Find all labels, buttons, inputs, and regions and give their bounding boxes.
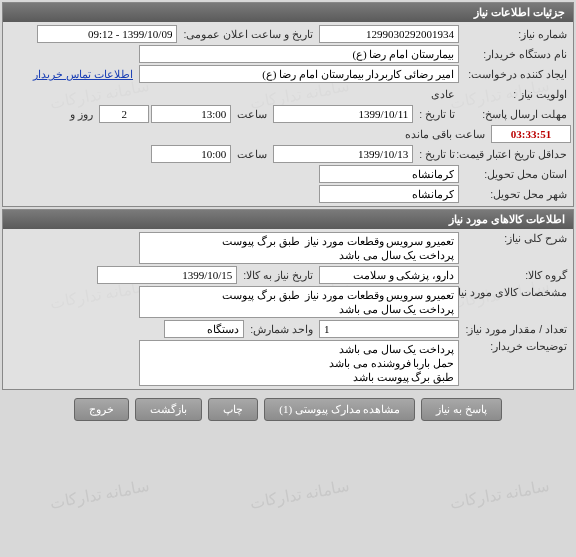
action-button-row: پاسخ به نیاز مشاهده مدارک پیوستی (1) چاپ… [0, 392, 576, 427]
unit-input [164, 320, 244, 338]
panel-header-need: جزئیات اطلاعات نیاز [3, 3, 573, 22]
goods-info-panel: اطلاعات کالاهای مورد نیاز شرح کلی نیاز: … [2, 209, 574, 390]
min-validity-until-label: تا تاریخ : [415, 148, 459, 160]
unit-label: واحد شمارش: [246, 323, 317, 335]
group-input [319, 266, 459, 284]
exit-button[interactable]: خروج [74, 398, 129, 421]
respond-button[interactable]: پاسخ به نیاز [421, 398, 502, 421]
delivery-city-input [319, 185, 459, 203]
announce-label: تاریخ و ساعت اعلان عمومی: [179, 28, 317, 40]
quantity-label: تعداد / مقدار مورد نیاز: [461, 323, 571, 335]
general-desc-input [139, 232, 459, 264]
deadline-countdown [491, 125, 571, 143]
min-validity-time [151, 145, 231, 163]
need-date-input [97, 266, 237, 284]
buyer-label: نام دستگاه خریدار: [461, 48, 571, 60]
general-desc-label: شرح کلی نیاز: [461, 232, 571, 244]
deadline-time [151, 105, 231, 123]
priority-value: عادی [427, 88, 459, 100]
deadline-days [99, 105, 149, 123]
buyer-contact-link[interactable]: اطلاعات تماس خریدار [29, 68, 137, 80]
goods-spec-input [139, 286, 459, 318]
quantity-input [319, 320, 459, 338]
creator-label: ایجاد کننده درخواست: [461, 68, 571, 80]
min-validity-label: حداقل تاریخ اعتبار قیمت: [461, 149, 571, 160]
need-number-label: شماره نیاز: [461, 28, 571, 40]
need-number-input[interactable] [319, 25, 459, 43]
group-label: گروه کالا: [461, 269, 571, 281]
priority-label: اولویت نیاز : [461, 88, 571, 100]
min-validity-time-label: ساعت [233, 148, 271, 160]
panel-header-goods: اطلاعات کالاهای مورد نیاز [3, 210, 573, 229]
delivery-city-label: شهر محل تحویل: [461, 188, 571, 200]
buyer-notes-label: توضیحات خریدار: [461, 340, 571, 352]
delivery-province-label: استان محل تحویل: [461, 168, 571, 180]
panel-body-1: شماره نیاز: تاریخ و ساعت اعلان عمومی: نا… [3, 22, 573, 206]
deadline-date [273, 105, 413, 123]
creator-input [139, 65, 459, 83]
need-date-label: تاریخ نیاز به کالا: [239, 269, 317, 281]
buyer-input [139, 45, 459, 63]
min-validity-date [273, 145, 413, 163]
delivery-province-input [319, 165, 459, 183]
deadline-days-label: روز و [66, 108, 97, 120]
print-button[interactable]: چاپ [208, 398, 258, 421]
goods-spec-label: مشخصات کالای مورد نیاز: [461, 286, 571, 298]
deadline-label: مهلت ارسال پاسخ: [461, 108, 571, 120]
buyer-notes-input [139, 340, 459, 386]
deadline-until-label: تا تاریخ : [415, 108, 459, 120]
view-attachments-button[interactable]: مشاهده مدارک پیوستی (1) [264, 398, 415, 421]
back-button[interactable]: بازگشت [135, 398, 202, 421]
need-details-panel: جزئیات اطلاعات نیاز شماره نیاز: تاریخ و … [2, 2, 574, 207]
announce-value [37, 25, 177, 43]
deadline-remaining-label: ساعت باقی مانده [401, 128, 489, 140]
deadline-time-label: ساعت [233, 108, 271, 120]
panel-body-2: شرح کلی نیاز: گروه کالا: تاریخ نیاز به ک… [3, 229, 573, 389]
